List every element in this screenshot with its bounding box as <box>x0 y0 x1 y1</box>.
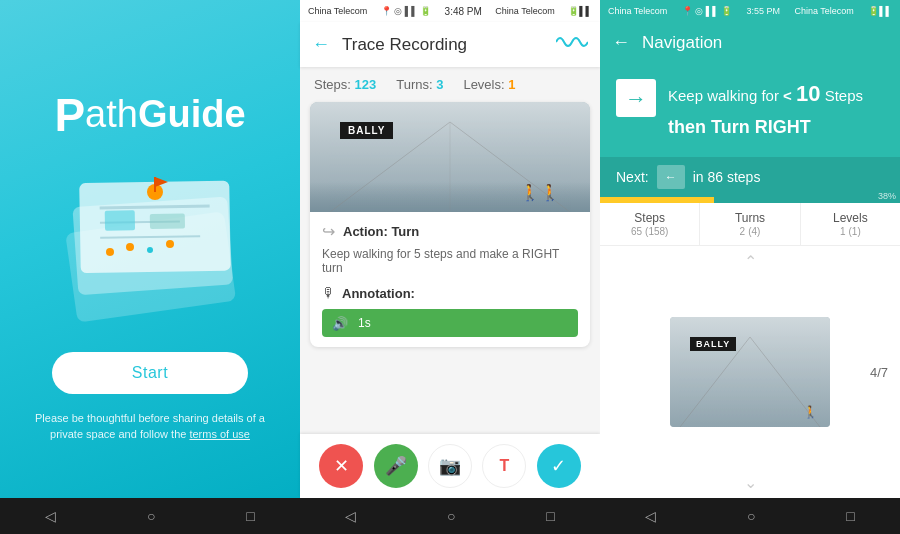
nav-nav-recents-icon[interactable]: □ <box>846 508 854 524</box>
text-button[interactable]: T <box>482 444 526 488</box>
svg-line-3 <box>100 205 210 207</box>
action-turn-icon: ↪ <box>322 222 335 241</box>
instruction-line1: Keep walking for < 10 Steps <box>668 77 884 110</box>
nav-panel: China Telecom 📍 ◎ ▌▌ 🔋 3:55 PM China Tel… <box>600 0 900 534</box>
turn-instruction: then Turn RIGHT <box>668 114 884 141</box>
logo-path-text: ath <box>85 93 138 136</box>
nav-steps-label: Steps <box>604 211 695 225</box>
steps-count: 10 <box>796 81 820 106</box>
nav-title: Navigation <box>642 33 722 53</box>
progress-percent: 38% <box>878 191 896 201</box>
nav-back-icon[interactable]: ◁ <box>45 508 56 524</box>
logo-area: P ath Guide <box>54 92 245 138</box>
speaker-icon: 🔊 <box>332 316 348 331</box>
trace-title: Trace Recording <box>342 35 556 55</box>
svg-point-11 <box>106 248 114 256</box>
svg-rect-6 <box>105 210 135 231</box>
trace-nav-bar: ◁ ○ □ <box>300 498 600 534</box>
nav-header: ← Navigation <box>600 22 900 63</box>
annotation-row: 🎙 Annotation: <box>322 285 578 301</box>
chevron-down-icon: ⌄ <box>744 473 757 492</box>
svg-line-15 <box>330 122 450 212</box>
confirm-button[interactable]: ✓ <box>537 444 581 488</box>
start-button[interactable]: Start <box>52 352 248 394</box>
keep-walking-text: Keep walking for <box>668 87 783 104</box>
nav-building-bg: BALLY 🚶 <box>670 317 830 427</box>
nav-back-button[interactable]: ← <box>612 32 630 53</box>
terms-link[interactable]: terms of use <box>189 428 250 440</box>
action-description: Keep walking for 5 steps and make a RIGH… <box>322 247 578 275</box>
action-row: ↪ Action: Turn <box>322 222 578 241</box>
svg-line-18 <box>680 337 750 427</box>
carrier-right: China Telecom <box>495 6 554 16</box>
mic-button[interactable]: 🎤 <box>374 444 418 488</box>
turns-label: Turns: <box>396 77 432 92</box>
carrier-left: China Telecom <box>308 6 367 16</box>
nav-image-area: ⌃ BALLY 🚶 ⌄ 4/7 <box>600 246 900 498</box>
signal-icons: 📍 ◎ ▌▌ 🔋 <box>381 6 431 16</box>
stats-row: Steps: 123 Turns: 3 Levels: 1 <box>310 77 590 92</box>
progress-fill <box>600 197 714 203</box>
trace-nav-recents-icon[interactable]: □ <box>546 508 554 524</box>
levels-label: Levels: <box>463 77 504 92</box>
nav-battery: 🔋▌▌ <box>868 6 892 16</box>
trace-nav-back-icon[interactable]: ◁ <box>345 508 356 524</box>
cancel-button[interactable]: ✕ <box>319 444 363 488</box>
next-label: Next: <box>616 169 649 185</box>
annotation-label: Annotation: <box>342 286 415 301</box>
nav-carrier: China Telecom <box>608 6 667 16</box>
trace-bottom-bar: ✕ 🎤 📷 T ✓ <box>300 434 600 498</box>
nav-turns-label: Turns <box>704 211 795 225</box>
chevron-up-icon: ⌃ <box>744 252 757 271</box>
levels-value: 1 <box>508 77 515 92</box>
less-than-symbol: < <box>783 87 792 104</box>
svg-point-13 <box>147 247 153 253</box>
action-label: Action: Turn <box>343 224 419 239</box>
nav-turns-stat: Turns 2 (4) <box>700 203 800 245</box>
home-nav-bar: ◁ ○ □ <box>0 498 300 534</box>
nav-levels-stat: Levels 1 (1) <box>801 203 900 245</box>
nav-recents-icon[interactable]: □ <box>246 508 254 524</box>
trace-header: ← Trace Recording <box>300 22 600 67</box>
trace-panel: China Telecom 📍 ◎ ▌▌ 🔋 3:48 PM China Tel… <box>300 0 600 534</box>
steps-label: Steps: <box>314 77 351 92</box>
instruction-text: Keep walking for < 10 Steps then Turn RI… <box>668 77 884 141</box>
next-turn-icon: ← <box>657 165 685 189</box>
home-panel: P ath Guide Star <box>0 0 300 534</box>
progress-bar: 38% <box>600 197 900 203</box>
nav-time: 3:55 PM <box>746 6 780 16</box>
steps-word: Steps <box>825 87 863 104</box>
nav-steps-value: 65 (158) <box>604 225 695 237</box>
steps-stat: Steps: 123 <box>314 77 376 92</box>
nav-carrier2: China Telecom <box>794 6 853 16</box>
nav-stats-row: Steps 65 (158) Turns 2 (4) Levels 1 (1) <box>600 203 900 246</box>
trace-nav-home-icon[interactable]: ○ <box>447 508 455 524</box>
logo-guide-text: Guide <box>138 93 246 136</box>
card-body: ↪ Action: Turn Keep walking for 5 steps … <box>310 212 590 347</box>
nav-nav-home-icon[interactable]: ○ <box>747 508 755 524</box>
nav-signal-icons: 📍 ◎ ▌▌ 🔋 <box>682 6 732 16</box>
map-illustration <box>50 162 250 322</box>
nav-nav-back-icon[interactable]: ◁ <box>645 508 656 524</box>
nav-home-icon[interactable]: ○ <box>147 508 155 524</box>
steps-value: 123 <box>354 77 376 92</box>
nav-turns-value: 2 (4) <box>704 225 795 237</box>
status-time: 3:48 PM <box>445 6 482 17</box>
nav-nav-bar: ◁ ○ □ <box>600 498 900 534</box>
image-counter: 4/7 <box>870 365 888 380</box>
audio-duration: 1s <box>358 316 371 330</box>
nav-instruction-panel: → Keep walking for < 10 Steps then Turn … <box>600 63 900 157</box>
trace-content: Steps: 123 Turns: 3 Levels: 1 BALLY <box>300 67 600 434</box>
camera-button[interactable]: 📷 <box>428 444 472 488</box>
instruction-main: → Keep walking for < 10 Steps then Turn … <box>616 77 884 141</box>
levels-stat: Levels: 1 <box>463 77 515 92</box>
walking-figures: 🚶🚶 <box>520 183 560 202</box>
trace-back-button[interactable]: ← <box>312 34 330 55</box>
wave-icon <box>556 32 588 57</box>
nav-levels-label: Levels <box>805 211 896 225</box>
audio-bar[interactable]: 🔊 1s <box>322 309 578 337</box>
svg-rect-7 <box>150 213 185 229</box>
nav-levels-value: 1 (1) <box>805 225 896 237</box>
nav-status-bar: China Telecom 📍 ◎ ▌▌ 🔋 3:55 PM China Tel… <box>600 0 900 22</box>
card-image: BALLY 🚶🚶 <box>310 102 590 212</box>
